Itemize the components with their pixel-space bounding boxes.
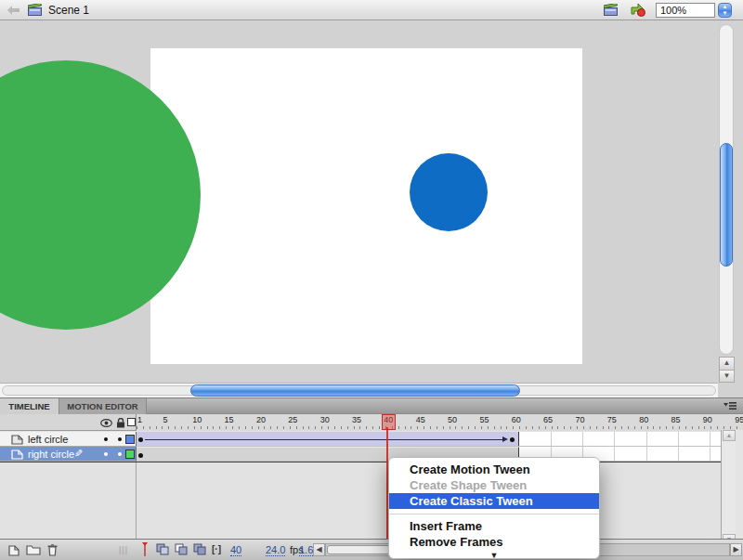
ruler-frame-30[interactable]: 30 <box>320 415 330 424</box>
layer-lock-dot[interactable] <box>118 452 122 456</box>
timeline-hscroll-right-button[interactable]: ▶ <box>730 543 742 556</box>
layer-row-right-circle[interactable]: right circle ✎ <box>0 447 743 462</box>
outline-column-icon[interactable] <box>127 418 136 426</box>
editing-pencil-icon: ✎ <box>74 448 83 460</box>
ruler-frame-35[interactable]: 35 <box>352 415 361 424</box>
menu-scroll-down-arrow[interactable]: ▼ <box>389 550 599 560</box>
scene-name-label: Scene 1 <box>48 4 89 17</box>
edit-bar: Scene 1 100% ▲▼ <box>0 0 743 20</box>
layer-name-label[interactable]: right circle <box>28 449 74 460</box>
keyframe-dot-frame-1[interactable] <box>138 453 143 458</box>
onion-skin-button[interactable] <box>175 543 188 555</box>
new-folder-button[interactable] <box>26 543 41 555</box>
timeline-header-row: 15101520253035404550556065707580859095 <box>0 414 743 431</box>
scene-clapperboard-icon <box>28 4 44 16</box>
menu-item-insert-frame[interactable]: Insert Frame <box>389 518 599 534</box>
stage-vscroll-thumb[interactable] <box>720 143 733 267</box>
ruler-frame-45[interactable]: 45 <box>416 415 425 424</box>
ruler-frame-1[interactable]: 1 <box>137 415 142 424</box>
timeline-hscroll-left-button[interactable]: ◀ <box>313 543 325 556</box>
timeline-empty-area[interactable] <box>0 462 743 539</box>
layer-name-label[interactable]: left circle <box>28 434 68 445</box>
flash-application-window: Scene 1 100% ▲▼ ▲ ▼ TIMELINE MOTION EDIT… <box>0 0 743 560</box>
menu-item-create-classic-tween[interactable]: Create Classic Tween <box>389 493 599 509</box>
timeline-right-strip <box>736 430 743 546</box>
ruler-frame-5[interactable]: 5 <box>163 415 167 424</box>
ruler-frame-75[interactable]: 75 <box>607 415 617 424</box>
classic-tween-span[interactable] <box>137 432 519 446</box>
layer-color-swatch[interactable] <box>125 435 135 444</box>
edit-multiple-frames-button[interactable]: [·] <box>212 544 221 554</box>
edit-symbols-icon[interactable] <box>630 3 646 17</box>
timeline-frame-ruler[interactable]: 15101520253035404550556065707580859095 <box>136 414 743 431</box>
layer-visible-dot[interactable] <box>104 452 108 456</box>
timeline-tab-bar: TIMELINE MOTION EDITOR <box>0 398 743 414</box>
center-frame-button[interactable] <box>156 543 169 555</box>
ruler-frame-95[interactable]: 95 <box>735 415 743 424</box>
ruler-frame-60[interactable]: 60 <box>512 415 521 424</box>
ruler-frame-80[interactable]: 80 <box>639 415 648 424</box>
ruler-frame-15[interactable]: 15 <box>225 415 234 424</box>
timeline-vertical-scrollbar[interactable]: ▲ ▼ <box>721 430 736 546</box>
layer-visible-dot[interactable] <box>104 437 108 441</box>
layer-page-icon <box>11 435 23 445</box>
layer-page-icon <box>11 449 23 460</box>
tab-motion-editor[interactable]: MOTION EDITOR <box>59 398 147 414</box>
keyframe-dot-frame-60[interactable] <box>510 437 515 442</box>
stage-vscroll-up-button[interactable]: ▲ <box>719 357 735 370</box>
layer-rows: left circle right cir <box>0 432 743 462</box>
menu-item-remove-frames[interactable]: Remove Frames <box>389 534 599 550</box>
layer-panel-divider <box>136 462 137 540</box>
frame-context-menu: Create Motion TweenCreate Shape TweenCre… <box>388 457 600 559</box>
timeline-hscroll-thumb[interactable] <box>327 545 390 554</box>
statusbar-divider: ||| <box>119 545 128 554</box>
zoom-stepper-control[interactable]: ▲▼ <box>718 3 732 18</box>
lock-column-icon[interactable] <box>116 418 125 428</box>
stage-horizontal-scrollbar[interactable] <box>0 383 718 397</box>
menu-item-create-motion-tween[interactable]: Create Motion Tween <box>389 462 599 477</box>
layer-name-cell[interactable]: left circle <box>0 432 136 447</box>
playhead-pin-icon <box>142 542 148 556</box>
tween-arrow-line <box>145 439 504 440</box>
layer-frames-cell[interactable] <box>136 432 721 447</box>
stage-canvas[interactable] <box>150 48 582 364</box>
ruler-frame-90[interactable]: 90 <box>703 415 712 424</box>
layer-color-swatch[interactable] <box>125 449 135 459</box>
tab-timeline[interactable]: TIMELINE <box>0 398 59 414</box>
delete-layer-button[interactable] <box>46 543 59 556</box>
menu-item-create-shape-tween: Create Shape Tween <box>389 477 599 493</box>
ruler-frame-65[interactable]: 65 <box>543 415 553 424</box>
tween-arrowhead <box>502 436 508 442</box>
panel-menu-icon[interactable] <box>723 402 736 410</box>
frame-rate-indicator[interactable]: 24.0 <box>266 544 285 556</box>
layer-row-left-circle[interactable]: left circle <box>0 432 743 447</box>
blue-circle-shape[interactable] <box>410 153 488 231</box>
ruler-tick-marks <box>137 426 743 429</box>
keyframe-dot-frame-1[interactable] <box>138 437 143 442</box>
timeline-vscroll-up-button[interactable]: ▲ <box>723 430 736 441</box>
layer-name-cell-selected[interactable]: right circle ✎ <box>0 447 136 462</box>
stage-vertical-scrollbar[interactable]: ▲ ▼ <box>718 22 736 383</box>
current-frame-indicator[interactable]: 40 <box>230 544 241 556</box>
ruler-frame-70[interactable]: 70 <box>575 415 584 424</box>
zoom-level-input[interactable]: 100% <box>656 3 715 18</box>
ruler-frame-20[interactable]: 20 <box>256 415 266 424</box>
ruler-frame-55[interactable]: 55 <box>479 415 489 424</box>
stage-pasteboard[interactable]: ▲ ▼ <box>0 20 743 398</box>
elapsed-time-indicator[interactable]: 1.6 <box>299 544 313 556</box>
ruler-frame-50[interactable]: 50 <box>448 415 457 424</box>
ruler-frame-85[interactable]: 85 <box>671 415 680 424</box>
ruler-frame-10[interactable]: 10 <box>192 415 202 424</box>
stage-hscroll-thumb[interactable] <box>190 384 520 397</box>
stage-vscroll-down-button[interactable]: ▼ <box>719 370 735 383</box>
ruler-frame-25[interactable]: 25 <box>288 415 297 424</box>
layer-lock-dot[interactable] <box>118 437 122 441</box>
playhead-marker[interactable] <box>382 414 396 430</box>
onion-skin-outlines-button[interactable] <box>193 543 206 555</box>
edit-scene-icon[interactable] <box>604 4 619 16</box>
show-hide-column-eye-icon[interactable] <box>100 419 112 427</box>
timeline-status-bar: ||| [·] 40 24.0 fps 1.6 s ◀ ▶ <box>0 539 743 560</box>
new-layer-button[interactable] <box>7 543 20 556</box>
back-arrow-icon[interactable] <box>7 6 20 15</box>
timeline-panel: TIMELINE MOTION EDITOR 15101520253035404… <box>0 398 743 560</box>
